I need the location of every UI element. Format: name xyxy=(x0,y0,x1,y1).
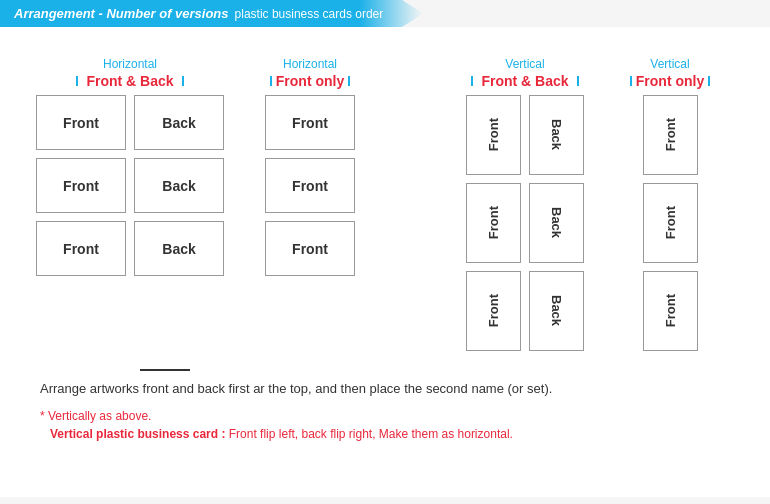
h-frontback-cards: Front Back Front Back Front Back xyxy=(36,95,224,276)
table-row: Front Back xyxy=(466,271,584,351)
separator-line xyxy=(140,369,190,371)
card-front: Front xyxy=(466,271,521,351)
card-front: Front xyxy=(643,271,698,351)
section-vertical-frontback: Vertical Front & Back Front Back Front B… xyxy=(440,57,610,351)
card-front: Front xyxy=(265,95,355,150)
v-frontonly-top-label: Vertical xyxy=(650,57,689,71)
card-front: Front xyxy=(265,221,355,276)
section-horizontal-frontonly: Horizontal Front only Front Front Front xyxy=(255,57,365,276)
card-front: Front xyxy=(265,158,355,213)
card-front: Front xyxy=(643,95,698,175)
card-front: Front xyxy=(36,221,126,276)
card-back: Back xyxy=(529,271,584,351)
table-row: Front Back xyxy=(466,95,584,175)
table-row: Front xyxy=(643,271,698,351)
bracket-v-frontback: Vertical Front & Back xyxy=(471,57,578,95)
table-row: Front xyxy=(265,158,355,213)
h-frontback-top-label: Horizontal xyxy=(103,57,157,71)
h-frontonly-top-label: Horizontal xyxy=(283,57,337,71)
card-back: Back xyxy=(134,221,224,276)
header-banner: Arrangement - Number of versions plastic… xyxy=(0,0,423,27)
table-row: Front xyxy=(643,183,698,263)
v-frontonly-cards: Front Front Front xyxy=(643,95,698,351)
table-row: Front xyxy=(265,95,355,150)
card-front: Front xyxy=(36,95,126,150)
note-text2-label: Vertical plastic business card : xyxy=(50,427,225,441)
v-frontback-top-label: Vertical xyxy=(505,57,544,71)
note-text1: Vertically as above. xyxy=(48,409,151,423)
bottom-description: Arrange artworks front and back first ar… xyxy=(40,379,690,399)
table-row: Front Back xyxy=(466,183,584,263)
table-row: Front Back xyxy=(36,221,224,276)
card-back: Back xyxy=(134,158,224,213)
v-frontback-cards: Front Back Front Back Front Back xyxy=(466,95,584,351)
v-frontback-bottom-label: Front & Back xyxy=(473,73,576,89)
card-back: Back xyxy=(529,183,584,263)
bracket-h-frontback: Horizontal Front & Back xyxy=(76,57,183,95)
v-frontonly-bottom-label: Front only xyxy=(632,73,708,89)
note-text2: Front flip left, back flip right, Make t… xyxy=(225,427,512,441)
bracket-h-frontonly: Horizontal Front only xyxy=(270,57,350,95)
section-horizontal-frontback: Horizontal Front & Back Front Back Front… xyxy=(20,57,240,276)
header-title: Arrangement - Number of versions xyxy=(14,6,229,21)
table-row: Front xyxy=(643,95,698,175)
bottom-note: * Vertically as above. Vertical plastic … xyxy=(40,407,750,443)
card-front: Front xyxy=(466,95,521,175)
bracket-v-frontonly: Vertical Front only xyxy=(630,57,710,95)
h-frontonly-cards: Front Front Front xyxy=(265,95,355,276)
asterisk: * xyxy=(40,409,45,423)
table-row: Front Back xyxy=(36,95,224,150)
card-front: Front xyxy=(643,183,698,263)
card-front: Front xyxy=(466,183,521,263)
h-frontback-bottom-label: Front & Back xyxy=(78,73,181,89)
section-vertical-frontonly: Vertical Front only Front Front Front xyxy=(625,57,715,351)
header-subtitle: plastic business cards order xyxy=(235,7,384,21)
table-row: Front Back xyxy=(36,158,224,213)
card-back: Back xyxy=(529,95,584,175)
card-front: Front xyxy=(36,158,126,213)
h-frontonly-bottom-label: Front only xyxy=(272,73,348,89)
table-row: Front xyxy=(265,221,355,276)
card-back: Back xyxy=(134,95,224,150)
main-content: Horizontal Front & Back Front Back Front… xyxy=(0,27,770,497)
sections-row: Horizontal Front & Back Front Back Front… xyxy=(20,57,750,351)
